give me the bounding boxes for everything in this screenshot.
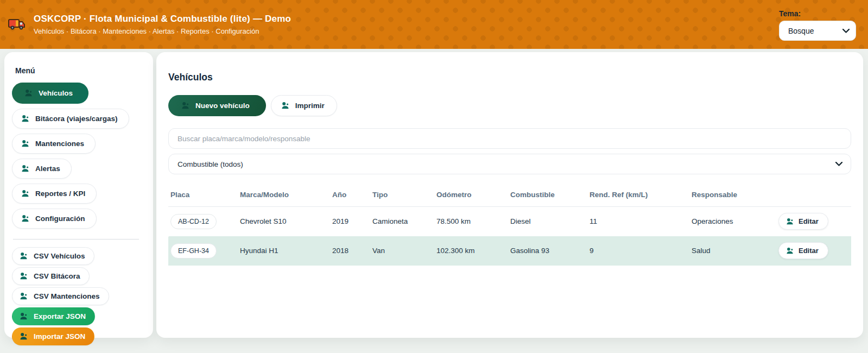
sidebar-item-label: Configuración: [35, 215, 85, 223]
cell-odometro: 102.300 km: [434, 236, 508, 266]
edit-button[interactable]: Editar: [778, 213, 828, 230]
sidebar-item-mantenciones[interactable]: Mantenciones: [12, 134, 96, 154]
paw-icon: [24, 89, 33, 97]
cell-marca-modelo: Hyundai H1: [238, 236, 330, 266]
sidebar-item-label: Bitácora (viajes/cargas): [35, 115, 118, 123]
fuel-filter-select[interactable]: Combustible (todos): [168, 154, 851, 174]
col-header-rend-ref: Rend. Ref (km/L): [587, 184, 689, 207]
sidebar-item-configuracion[interactable]: Configuración: [12, 209, 97, 229]
sidebar: Menú Vehículos Bitácora (viajes/cargas) …: [4, 52, 153, 338]
sidebar-item-importar-json[interactable]: Importar JSON: [12, 327, 94, 345]
sidebar-item-label: CSV Mantenciones: [34, 292, 100, 300]
cell-ano: 2018: [330, 236, 370, 266]
main-panel: Vehículos Nuevo vehículo Imprimir Combus…: [156, 52, 863, 338]
theme-label: Tema:: [779, 9, 801, 18]
paw-icon: [21, 140, 30, 148]
cell-odometro: 78.500 km: [434, 207, 508, 236]
menu-title: Menú: [15, 66, 145, 75]
new-vehicle-label: Nuevo vehículo: [195, 102, 250, 110]
sidebar-item-bitacora[interactable]: Bitácora (viajes/cargas): [12, 109, 129, 129]
paw-icon: [21, 215, 30, 223]
sidebar-item-label: CSV Bitácora: [34, 272, 80, 280]
sidebar-item-label: CSV Vehículos: [34, 252, 85, 260]
cell-responsable: Salud: [689, 236, 771, 266]
paw-icon: [20, 252, 28, 260]
sidebar-item-label: Importar JSON: [34, 332, 85, 341]
plate-badge: EF-GH-34: [170, 243, 217, 259]
plate-badge: AB-CD-12: [170, 214, 217, 229]
cell-combustible: Gasolina 93: [508, 236, 587, 266]
cell-tipo: Van: [370, 236, 434, 266]
paw-icon: [786, 247, 794, 255]
new-vehicle-button[interactable]: Nuevo vehículo: [168, 95, 266, 116]
table-row: EF-GH-34 Hyundai H1 2018 Van 102.300 km …: [168, 236, 851, 266]
paw-icon: [786, 218, 794, 225]
sidebar-divider: [13, 239, 139, 239]
theme-select-wrap: Bosque: [779, 21, 856, 41]
sidebar-item-label: Reportes / KPI: [35, 190, 85, 198]
table-row: AB-CD-12 Chevrolet S10 2019 Camioneta 78…: [168, 207, 851, 236]
sidebar-item-label: Exportar JSON: [34, 312, 86, 320]
search-input[interactable]: [168, 128, 851, 149]
cell-rend-ref: 9: [587, 236, 689, 266]
fuel-filter-wrap: Combustible (todos): [168, 154, 851, 174]
paw-icon: [20, 272, 28, 280]
col-header-combustible: Combustible: [508, 184, 587, 207]
paw-icon: [20, 332, 28, 341]
paw-icon: [20, 292, 28, 300]
cell-ano: 2019: [330, 207, 370, 236]
table-header-row: Placa Marca/Modelo Año Tipo Odómetro Com…: [168, 184, 851, 207]
truck-icon: [7, 14, 27, 35]
sidebar-item-reportes-kpi[interactable]: Reportes / KPI: [12, 184, 97, 204]
col-header-responsable: Responsable: [689, 184, 771, 207]
paw-icon: [20, 312, 28, 320]
edit-label: Editar: [799, 247, 819, 255]
edit-button[interactable]: Editar: [778, 242, 828, 259]
cell-responsable: Operaciones: [689, 207, 771, 236]
toolbar: Nuevo vehículo Imprimir: [168, 95, 851, 116]
col-header-marca-modelo: Marca/Modelo: [238, 184, 330, 207]
edit-label: Editar: [799, 217, 819, 225]
cell-marca-modelo: Chevrolet S10: [238, 207, 330, 236]
sidebar-item-exportar-json[interactable]: Exportar JSON: [12, 307, 95, 325]
theme-select[interactable]: Bosque: [779, 21, 856, 41]
sidebar-primary-menu: Vehículos Bitácora (viajes/cargas) Mante…: [12, 83, 145, 234]
print-label: Imprimir: [295, 102, 325, 110]
cell-rend-ref: 11: [587, 207, 689, 236]
paw-icon: [21, 115, 30, 123]
sidebar-item-label: Vehículos: [39, 89, 73, 97]
sidebar-item-label: Mantenciones: [35, 140, 84, 148]
paw-icon: [21, 165, 30, 173]
sidebar-item-label: Alertas: [35, 165, 60, 173]
col-header-tipo: Tipo: [370, 184, 434, 207]
cell-tipo: Camioneta: [370, 207, 434, 236]
col-header-odometro: Odómetro: [434, 184, 508, 207]
page-title: Vehículos: [168, 72, 851, 83]
app-title: OSKCORP · Flota Municipal & Combustible …: [34, 14, 291, 24]
sidebar-item-csv-bitacora[interactable]: CSV Bitácora: [12, 267, 90, 285]
sidebar-secondary-menu: CSV Vehículos CSV Bitácora CSV Mantencio…: [12, 247, 145, 348]
sidebar-item-vehiculos[interactable]: Vehículos: [12, 83, 88, 104]
header-nav-line: Vehículos · Bitácora · Mantenciones · Al…: [34, 27, 291, 35]
app-header: OSKCORP · Flota Municipal & Combustible …: [0, 0, 868, 49]
col-header-ano: Año: [330, 184, 370, 207]
paw-icon: [281, 102, 290, 110]
paw-icon: [181, 102, 190, 110]
print-button[interactable]: Imprimir: [271, 95, 337, 116]
cell-combustible: Diesel: [508, 207, 587, 236]
paw-icon: [21, 190, 30, 198]
col-header-placa: Placa: [168, 184, 238, 207]
sidebar-item-alertas[interactable]: Alertas: [12, 159, 72, 179]
vehicles-table: Placa Marca/Modelo Año Tipo Odómetro Com…: [168, 184, 851, 266]
sidebar-item-csv-vehiculos[interactable]: CSV Vehículos: [12, 247, 94, 265]
sidebar-item-csv-mantenciones[interactable]: CSV Mantenciones: [12, 287, 109, 305]
col-header-actions: [771, 184, 851, 207]
